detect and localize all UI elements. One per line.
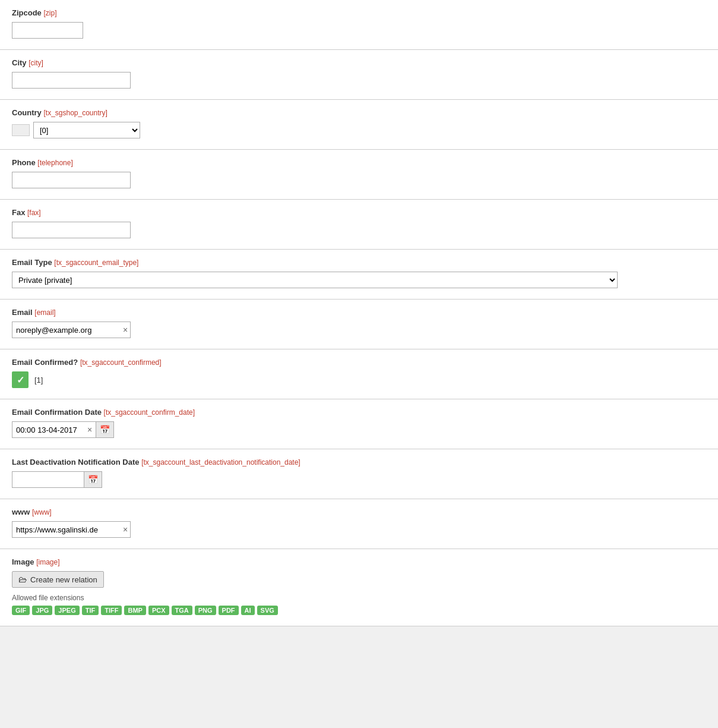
email-confirmed-section: Email Confirmed? [tx_sgaccount_confirmed… xyxy=(0,349,718,399)
calendar-icon: 📅 xyxy=(100,425,110,434)
city-key: [city] xyxy=(29,59,43,67)
phone-input[interactable] xyxy=(12,172,131,188)
image-section: Image [image] 🗁 Create new relation Allo… xyxy=(0,549,718,626)
fax-key: [fax] xyxy=(27,209,41,217)
city-input[interactable] xyxy=(12,72,131,89)
create-relation-button[interactable]: 🗁 Create new relation xyxy=(12,571,104,588)
page-container: Zipcode [zip] City [city] Country [tx_sg… xyxy=(0,0,718,728)
email-confirmation-date-section: Email Confirmation Date [tx_sgaccount_co… xyxy=(0,399,718,449)
ext-badge-pdf: PDF xyxy=(219,606,239,615)
email-confirmed-row: ✓ [1] xyxy=(12,371,706,388)
www-label: www [www] xyxy=(12,508,706,516)
email-confirmation-date-input[interactable]: 00:00 13-04-2017 xyxy=(12,423,84,437)
image-label-text: Image xyxy=(12,557,34,566)
ext-badge-tif: TIF xyxy=(82,606,99,615)
country-label-text: Country xyxy=(12,108,42,117)
country-select[interactable]: [0] xyxy=(33,122,140,138)
www-label-text: www xyxy=(12,508,30,516)
zipcode-label: Zipcode [zip] xyxy=(12,8,706,17)
ext-badge-png: PNG xyxy=(195,606,216,615)
country-key: [tx_sgshop_country] xyxy=(43,109,107,117)
country-row: [0] xyxy=(12,122,706,138)
last-deactivation-date-section: Last Deactivation Notification Date [tx_… xyxy=(0,449,718,499)
last-deactivation-date-row: 📅 xyxy=(12,471,706,488)
country-label: Country [tx_sgshop_country] xyxy=(12,108,706,117)
last-deactivation-date-label-text: Last Deactivation Notification Date xyxy=(12,458,140,467)
image-key: [image] xyxy=(36,558,59,566)
ext-badge-pcx: PCX xyxy=(148,606,169,615)
email-type-key: [tx_sgaccount_email_type] xyxy=(54,259,138,267)
city-section: City [city] xyxy=(0,50,718,100)
phone-key: [telephone] xyxy=(37,159,72,167)
email-confirmation-date-label-text: Email Confirmation Date xyxy=(12,408,102,417)
last-deactivation-date-calendar-button[interactable]: 📅 xyxy=(84,471,102,488)
email-clear-button[interactable]: × xyxy=(119,326,131,334)
zipcode-section: Zipcode [zip] xyxy=(0,0,718,50)
email-label: Email [email] xyxy=(12,308,706,317)
phone-section: Phone [telephone] xyxy=(0,150,718,200)
last-deactivation-date-label: Last Deactivation Notification Date [tx_… xyxy=(12,458,706,467)
ext-badge-tga: TGA xyxy=(172,606,192,615)
country-section: Country [tx_sgshop_country] [0] xyxy=(0,100,718,150)
city-label: City [city] xyxy=(12,58,706,67)
email-type-label: Email Type [tx_sgaccount_email_type] xyxy=(12,258,706,267)
folder-icon: 🗁 xyxy=(18,575,27,584)
fax-label: Fax [fax] xyxy=(12,208,706,217)
email-confirmation-date-calendar-button[interactable]: 📅 xyxy=(96,421,114,438)
ext-badge-svg: SVG xyxy=(257,606,278,615)
www-section: www [www] https://www.sgalinski.de × xyxy=(0,499,718,549)
email-confirmation-date-clear-button[interactable]: × xyxy=(84,425,96,434)
email-confirmed-value: [1] xyxy=(34,376,43,385)
checkmark-icon: ✓ xyxy=(17,374,24,386)
email-type-label-text: Email Type xyxy=(12,258,52,267)
email-confirmed-key: [tx_sgaccount_confirmed] xyxy=(80,358,162,367)
country-flag xyxy=(12,124,30,136)
email-confirmation-date-label: Email Confirmation Date [tx_sgaccount_co… xyxy=(12,408,706,417)
www-input[interactable]: https://www.sgalinski.de xyxy=(12,523,119,537)
last-deactivation-date-input[interactable] xyxy=(12,473,84,487)
create-relation-label: Create new relation xyxy=(30,575,97,584)
phone-label-text: Phone xyxy=(12,158,36,167)
email-input-wrapper: noreply@example.org × xyxy=(12,322,131,338)
ext-badge-tiff: TIFF xyxy=(101,606,122,615)
allowed-extensions-label: Allowed file extensions xyxy=(12,594,706,602)
www-key: [www] xyxy=(32,508,52,516)
city-label-text: City xyxy=(12,58,27,67)
www-clear-button[interactable]: × xyxy=(119,525,131,534)
email-confirmed-label-text: Email Confirmed? xyxy=(12,358,78,367)
email-confirmation-date-row: 00:00 13-04-2017 × 📅 xyxy=(12,421,706,438)
email-confirmation-date-wrapper: 00:00 13-04-2017 × xyxy=(12,421,96,438)
zipcode-input[interactable] xyxy=(12,22,83,39)
ext-badge-ai: AI xyxy=(241,606,255,615)
email-confirmed-checkbox[interactable]: ✓ xyxy=(12,371,29,388)
email-label-text: Email xyxy=(12,308,33,317)
email-confirmed-label: Email Confirmed? [tx_sgaccount_confirmed… xyxy=(12,358,706,367)
email-type-select[interactable]: Private [private] xyxy=(12,272,618,288)
email-section: Email [email] noreply@example.org × xyxy=(0,300,718,349)
ext-badge-jpg: JPG xyxy=(32,606,52,615)
email-key: [email] xyxy=(34,308,55,317)
zipcode-label-text: Zipcode xyxy=(12,8,42,17)
email-input[interactable]: noreply@example.org xyxy=(12,323,119,337)
ext-badge-bmp: BMP xyxy=(124,606,146,615)
last-deactivation-date-wrapper xyxy=(12,471,84,488)
ext-badges-container: GIF JPG JPEG TIF TIFF BMP PCX TGA PNG PD… xyxy=(12,606,706,615)
zipcode-key: [zip] xyxy=(43,9,56,17)
email-confirmation-date-key: [tx_sgaccount_confirm_date] xyxy=(104,408,195,417)
image-label: Image [image] xyxy=(12,557,706,566)
www-input-wrapper: https://www.sgalinski.de × xyxy=(12,521,131,538)
ext-badge-gif: GIF xyxy=(12,606,30,615)
email-type-section: Email Type [tx_sgaccount_email_type] Pri… xyxy=(0,250,718,300)
phone-label: Phone [telephone] xyxy=(12,158,706,167)
fax-section: Fax [fax] xyxy=(0,200,718,250)
last-deactivation-date-key: [tx_sgaccount_last_deactivation_notifica… xyxy=(141,458,301,467)
fax-label-text: Fax xyxy=(12,208,25,217)
calendar-icon-2: 📅 xyxy=(88,475,98,484)
fax-input[interactable] xyxy=(12,222,131,238)
ext-badge-jpeg: JPEG xyxy=(55,606,79,615)
